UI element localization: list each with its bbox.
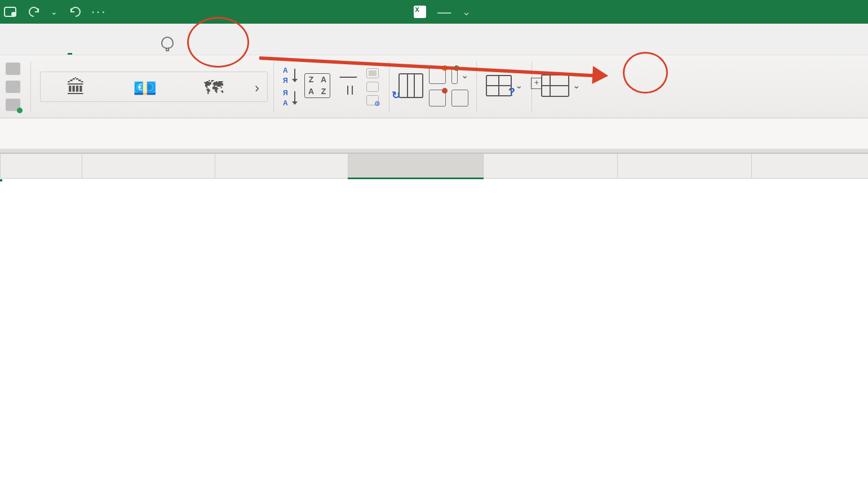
- sort-dialog-icon: ZAAZ: [304, 73, 330, 98]
- geography-button[interactable]: 🗺: [183, 77, 245, 99]
- undo-icon[interactable]: [27, 5, 41, 19]
- svg-point-1: [11, 12, 16, 16]
- ribbon-side-icon-3[interactable]: [6, 99, 20, 111]
- spreadsheet[interactable]: [0, 153, 868, 179]
- remove-duplicates-button[interactable]: [429, 90, 446, 107]
- sort-desc-button[interactable]: ЯА: [283, 89, 298, 107]
- ribbon-side-icon-1[interactable]: [6, 63, 20, 75]
- undo-chevron-icon[interactable]: ⌄: [51, 7, 57, 16]
- col-header-blank[interactable]: [1, 154, 82, 179]
- bank-icon: 🏛: [45, 77, 107, 99]
- text-to-columns-icon: [398, 73, 423, 98]
- col-header-d[interactable]: [348, 154, 484, 179]
- titlebar: ⌄ ··· — ⌄: [0, 0, 868, 24]
- map-icon: 🗺: [183, 77, 245, 99]
- filter-button[interactable]: [334, 74, 363, 99]
- redo-icon[interactable]: [68, 5, 81, 19]
- col-header-b[interactable]: [82, 154, 215, 179]
- data-tools-group: ⌄: [427, 66, 471, 108]
- advanced-filter-button[interactable]: [366, 95, 383, 105]
- tab-review[interactable]: [98, 43, 103, 55]
- tab-pagelayout[interactable]: [7, 43, 11, 55]
- col-header-e[interactable]: [484, 154, 618, 179]
- col-header-f[interactable]: [618, 154, 752, 179]
- whatif-icon: [486, 75, 512, 96]
- eraser-icon: [366, 68, 379, 78]
- stocks-button[interactable]: 🏛: [45, 77, 107, 99]
- data-types-group: 🏛 💶 🗺 ›: [40, 72, 268, 102]
- tab-view[interactable]: [129, 43, 133, 55]
- title-chevron-icon[interactable]: ⌄: [462, 6, 471, 18]
- clear-filter-button: [366, 68, 383, 78]
- chevron-down-icon: ⌄: [573, 80, 580, 91]
- sort-button[interactable]: ZAAZ: [301, 73, 334, 100]
- reapply-filter-button: [366, 82, 383, 92]
- advanced-icon: [366, 95, 379, 105]
- consolidate-button[interactable]: [451, 90, 468, 107]
- money-icon: 💶: [114, 77, 176, 99]
- data-types-more[interactable]: ›: [251, 80, 263, 96]
- chevron-down-icon: ⌄: [515, 80, 522, 91]
- data-validation-chevron-icon[interactable]: ⌄: [459, 70, 468, 81]
- tab-data[interactable]: [68, 42, 72, 55]
- structure-button[interactable]: ⌄: [538, 74, 583, 99]
- ribbon-tabs: [0, 24, 868, 55]
- horizontal-scrollbar[interactable]: [0, 149, 868, 153]
- selection-frame: [0, 179, 2, 181]
- autosave-icon[interactable]: [3, 5, 17, 19]
- ribbon-side-icon-2[interactable]: [6, 81, 20, 93]
- filter-icon: [337, 74, 360, 97]
- tell-me[interactable]: [159, 31, 181, 55]
- reapply-icon: [366, 82, 379, 92]
- qat-more-icon[interactable]: ···: [91, 5, 107, 19]
- bulb-icon: [161, 37, 174, 49]
- outline-icon: [541, 74, 569, 97]
- col-header-c[interactable]: [215, 154, 348, 179]
- col-header-g[interactable]: [752, 154, 869, 179]
- sort-asc-button[interactable]: АЯ: [283, 66, 298, 85]
- text-to-columns-button[interactable]: [395, 73, 427, 100]
- tab-formulas[interactable]: [37, 43, 42, 55]
- excel-file-icon: [414, 6, 426, 18]
- whatif-button[interactable]: ⌄: [482, 75, 526, 99]
- currency-button[interactable]: 💶: [114, 77, 176, 99]
- ribbon: 🏛 💶 🗺 › АЯ ЯА ZAAZ: [0, 55, 868, 118]
